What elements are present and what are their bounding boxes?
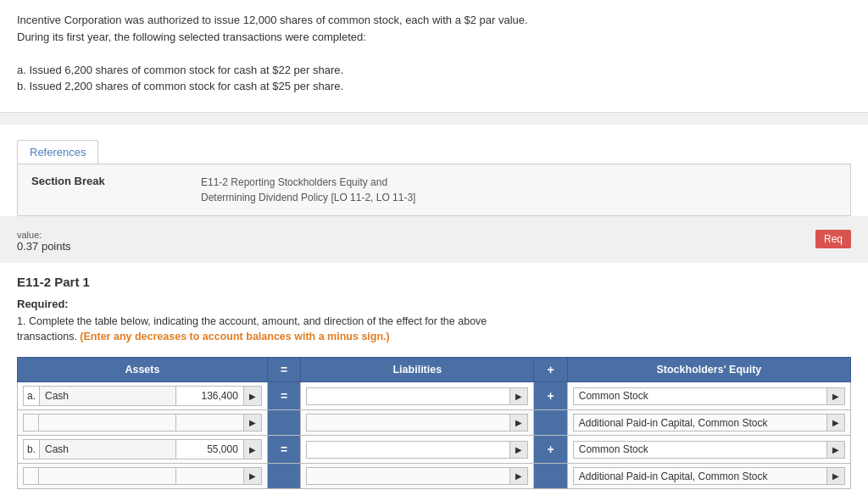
table-row-sub-a: ▶ ▶ <box>18 410 851 436</box>
section-break-label: Section Break <box>31 175 133 187</box>
asset-label-a: Cash <box>40 387 176 406</box>
liability-label-a2 <box>307 415 510 431</box>
table-row-sub-b: ▶ ▶ <box>18 464 851 489</box>
references-tab[interactable]: References <box>17 140 98 164</box>
transaction-a: a. Issued 6,200 shares of common stock f… <box>17 62 851 79</box>
equity-label-a1: Common Stock <box>573 387 826 404</box>
part-title: E11-2 Part 1 <box>17 275 851 289</box>
accounting-table: Assets = Liabilities + Stockholders' Equ… <box>17 357 851 489</box>
value-points: 0.37 points <box>17 240 71 253</box>
arrow-a2-liab: ▶ <box>510 415 528 431</box>
liability-b-cell[interactable]: ▶ <box>301 436 534 464</box>
intro-line2: During its first year, the following sel… <box>17 29 851 46</box>
equity-label-b2: Additional Paid-in Capital, Common Stock <box>573 468 826 485</box>
equity-b-cell[interactable]: Common Stock ▶ <box>567 436 850 464</box>
req-button[interactable]: Req <box>815 230 851 248</box>
required-label: Required: <box>17 298 851 310</box>
asset-value-a2 <box>175 415 243 431</box>
arrow-b2-asset: ▶ <box>243 468 261 485</box>
equity-a-cell[interactable]: Common Stock ▶ <box>567 382 850 410</box>
arrow-b-equity: ▶ <box>827 441 845 458</box>
liability-b2-cell[interactable]: ▶ <box>301 464 534 489</box>
liability-label-a <box>307 387 510 404</box>
arrow-a2-equity: ▶ <box>827 415 845 431</box>
asset-value-b: 55,000 <box>175 440 243 459</box>
equity-label-a2: Additional Paid-in Capital, Common Stock <box>573 415 826 431</box>
required-desc-line2: transactions. (Enter any decreases to ac… <box>17 331 390 342</box>
orange-text: (Enter any decreases to account balances… <box>80 331 389 342</box>
plus-sign-b: + <box>534 436 567 464</box>
section-break-line2: Determining Dividend Policy [LO 11-2, LO… <box>201 190 415 205</box>
value-label: value: <box>17 230 71 240</box>
arrow-b-asset: ▶ <box>243 440 261 459</box>
row-label-a: a. <box>24 387 40 406</box>
header-plus: + <box>534 358 567 382</box>
plus-sign-a: + <box>534 382 567 410</box>
required-desc: 1. Complete the table below, indicating … <box>17 314 851 346</box>
required-desc-line1: 1. Complete the table below, indicating … <box>17 315 487 327</box>
arrow-a-equity: ▶ <box>827 387 845 404</box>
plus-a2 <box>534 410 567 436</box>
section-break-line1: E11-2 Reporting Stockholders Equity and <box>201 175 415 190</box>
eq-sign-b: = <box>267 436 300 464</box>
equity-label-b1: Common Stock <box>573 441 826 458</box>
arrow-a-asset: ▶ <box>243 387 261 406</box>
eq-b2 <box>267 464 300 489</box>
plus-b2 <box>534 464 567 489</box>
liability-a-cell[interactable]: ▶ <box>301 382 534 410</box>
asset-label-b: Cash <box>40 440 176 459</box>
arrow-a-liab: ▶ <box>510 387 528 404</box>
asset-label-b2 <box>39 468 176 485</box>
liability-label-b <box>307 441 510 458</box>
arrow-b2-liab: ▶ <box>510 468 528 485</box>
intro-line1: Incentive Corporation was authorized to … <box>17 12 851 29</box>
asset-value-a: 136,400 <box>175 387 243 406</box>
table-row-b: b. Cash 55,000 ▶ = ▶ <box>18 436 851 464</box>
arrow-b2-equity: ▶ <box>827 468 845 485</box>
asset-a-cell[interactable]: a. Cash 136,400 ▶ <box>18 382 268 410</box>
asset-label-a2 <box>39 415 176 431</box>
asset-b-cell[interactable]: b. Cash 55,000 ▶ <box>18 436 268 464</box>
header-assets: Assets <box>18 358 268 382</box>
eq-sign-a: = <box>267 382 300 410</box>
references-section: References Section Break E11-2 Reporting… <box>0 125 868 216</box>
header-liabilities: Liabilities <box>301 358 534 382</box>
table-row: a. Cash 136,400 ▶ = ▶ <box>18 382 851 410</box>
value-section: value: 0.37 points Req <box>0 216 868 258</box>
liability-a2-cell[interactable]: ▶ <box>301 410 534 436</box>
part-section: E11-2 Part 1 Required: 1. Complete the t… <box>0 263 868 502</box>
liability-label-b2 <box>307 468 510 485</box>
asset-a2-cell[interactable]: ▶ <box>18 410 268 436</box>
transaction-b: b. Issued 2,200 shares of common stock f… <box>17 78 851 95</box>
header-equity: Stockholders' Equity <box>567 358 850 382</box>
equity-b2-cell[interactable]: Additional Paid-in Capital, Common Stock… <box>567 464 850 489</box>
header-equals: = <box>267 358 300 382</box>
row-label-b: b. <box>24 440 40 459</box>
equity-a2-cell[interactable]: Additional Paid-in Capital, Common Stock… <box>567 410 850 436</box>
section-break-value: E11-2 Reporting Stockholders Equity and … <box>201 175 415 205</box>
references-body: Section Break E11-2 Reporting Stockholde… <box>17 164 851 216</box>
eq-a2 <box>267 410 300 436</box>
arrow-b-liab: ▶ <box>510 441 528 458</box>
arrow-a2-asset: ▶ <box>243 415 261 431</box>
intro-section: Incentive Corporation was authorized to … <box>0 0 868 113</box>
asset-value-b2 <box>175 468 243 485</box>
asset-b2-cell[interactable]: ▶ <box>18 464 268 489</box>
